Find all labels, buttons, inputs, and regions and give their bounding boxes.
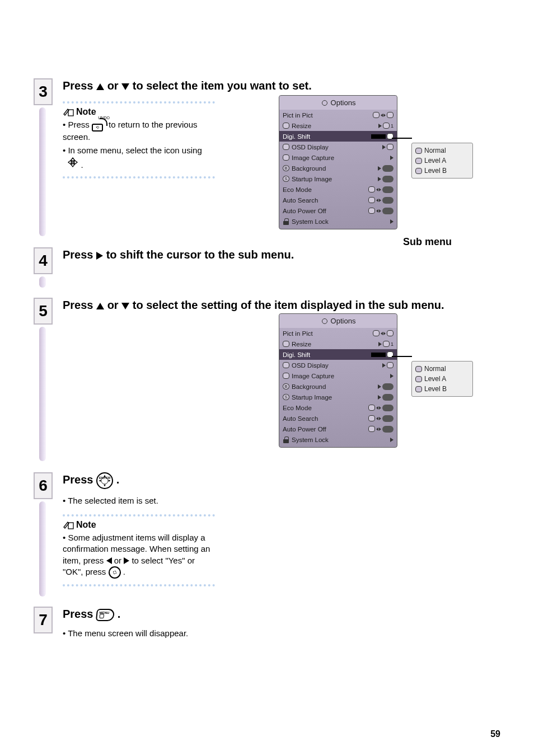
step-5-numwrap: 5 [34, 298, 59, 461]
osd-label: System Lock [292, 218, 390, 225]
gear-icon [321, 99, 329, 107]
step-6-note-bullet: • Some adjustment items will display a c… [63, 532, 215, 579]
svg-marker-4 [99, 480, 101, 481]
osd-label: Pict in Pict [283, 330, 373, 337]
down-arrow-icon [121, 83, 129, 90]
step-4-title: Press to shift the cursor to the sub men… [63, 247, 500, 262]
osd-label: Eco Mode [283, 186, 368, 193]
osd-row-digishift: Digi. Shift [279, 131, 397, 142]
step-3-note-head: Note [63, 107, 215, 117]
osd-row-pictinpict: Pict in Pict [279, 110, 397, 120]
osd-label: Image Capture [292, 154, 390, 161]
step-6-number: 6 [34, 472, 53, 499]
svg-marker-5 [109, 480, 110, 481]
osd2-row-imgcapture: Image Capture [279, 370, 397, 381]
step-4-number: 4 [34, 247, 53, 274]
sm-lbl: Normal [424, 147, 446, 154]
manual-page: 3 Press or to select the item you want t… [0, 0, 534, 756]
up-arrow-icon [96, 303, 104, 309]
osd2-row-pictinpict: Pict in Pict [279, 328, 397, 339]
step4-title-a: Press [63, 248, 93, 261]
osd-title-text-2: Options [331, 317, 356, 325]
left-arrow-icon [106, 557, 112, 564]
submenu2-item-lb: Level B [415, 384, 469, 394]
osd-label: Resize [292, 341, 378, 348]
sm-icon [415, 148, 422, 154]
step6-title-b: . [116, 473, 120, 486]
step-3-note-label: Note [76, 107, 96, 117]
nav-cross-icon [67, 157, 78, 168]
osd-title-row-2: Options [279, 314, 397, 328]
osd-menu-2: Options Pict in Pict Resize 1 Digi. Shif… [279, 313, 397, 448]
step-3-title-b: or [107, 79, 122, 92]
down-arrow-icon [121, 303, 129, 309]
step-6-note-label: Note [76, 520, 96, 530]
step-3-number: 3 [34, 78, 53, 105]
osd-label: Auto Search [283, 197, 368, 204]
osd-title-text: Options [331, 98, 356, 107]
osd2-row-autosearch: Auto Search [279, 413, 397, 424]
s7b: The menu screen will disappear. [68, 628, 188, 638]
osd-label: Auto Search [283, 415, 368, 422]
step-5-title: Press or to select the setting of the it… [63, 298, 500, 313]
step6-b: The selected item is set. [68, 496, 158, 505]
step-6-title: Press . [63, 472, 500, 489]
osd-label: Eco Mode [283, 405, 368, 411]
osd-label: Background [292, 165, 378, 172]
submenu-item-la: Level A [415, 156, 469, 166]
sm-lbl: Level B [424, 385, 447, 393]
osd2-row-background: B Background [279, 381, 397, 392]
osd-label: Startup Image [292, 394, 378, 401]
osd-row-imgcapture: Image Capture [279, 152, 397, 163]
osd-row-systemlock: System Lock [279, 216, 397, 227]
step-6-bar [39, 501, 46, 597]
step-7-number: 7 [34, 607, 53, 633]
osd-row-ecomode: Eco Mode [279, 184, 397, 195]
step-6-body: Press . • The selected item is set. Note… [59, 472, 500, 586]
step-6-note-box: Note • Some adjustment items will displa… [63, 514, 215, 586]
osd-label: Image Capture [292, 373, 390, 379]
right-arrow-icon [124, 557, 129, 564]
sm-icon [415, 158, 422, 164]
submenu-caption: Sub menu [403, 236, 452, 248]
step5-title-c: to select the setting of the item displa… [133, 299, 444, 311]
osd-label: Auto Power Off [283, 426, 368, 433]
display-icon [283, 144, 289, 150]
osd-row-autosearch: Auto Search [279, 195, 397, 205]
osd-row-startup: S Startup Image [279, 173, 397, 184]
resize-icon [283, 341, 289, 347]
undo-button-icon: UNDO ⟲ [92, 119, 106, 132]
osd2-row-osddisplay: OSD Display [279, 360, 397, 370]
osd-screenshot-1: Options Pict in Pict Resize 1 Digi. Shif… [279, 95, 397, 229]
step-7-row: 7 Press . • The menu screen will disappe… [34, 607, 500, 639]
step-7-body: Press . • The menu screen will disappear… [59, 607, 500, 639]
step-3-title-a: Press [63, 79, 96, 92]
right-arrow-icon [96, 252, 103, 260]
submenu-item-normal: Normal [415, 145, 469, 156]
s-icon: S [283, 394, 289, 400]
submenu-box-1: Normal Level A Level B [411, 143, 473, 179]
sm-lbl: Level B [424, 167, 447, 175]
display-icon [283, 362, 289, 368]
osd-label: Background [292, 383, 378, 390]
page-number: 59 [490, 729, 500, 739]
submenu2-item-la: Level A [415, 374, 469, 384]
sm-lbl: Normal [424, 365, 446, 373]
s-icon: S [283, 176, 289, 182]
s6n1d: . [123, 567, 125, 576]
sm-icon [415, 366, 422, 372]
step3-note2a: In some menu, select the icon using [68, 145, 202, 155]
step7-subbullet: • The menu screen will disappear. [63, 627, 500, 639]
step-4-bar [39, 276, 46, 288]
submenu-box-2: Normal Level A Level B [411, 361, 473, 397]
osd-title-row: Options [279, 96, 397, 110]
sm-lbl: Level A [424, 157, 446, 165]
step-7-title: Press . [63, 607, 500, 622]
step5-title-b: or [107, 299, 122, 311]
pencil-note-icon [63, 107, 74, 116]
step3-note1a: Press [68, 120, 92, 129]
up-arrow-icon [96, 83, 104, 90]
sm-icon [415, 386, 422, 392]
enter-button-icon [96, 472, 113, 489]
osd-screenshot-2: Options Pict in Pict Resize 1 Digi. Shif… [279, 313, 397, 448]
